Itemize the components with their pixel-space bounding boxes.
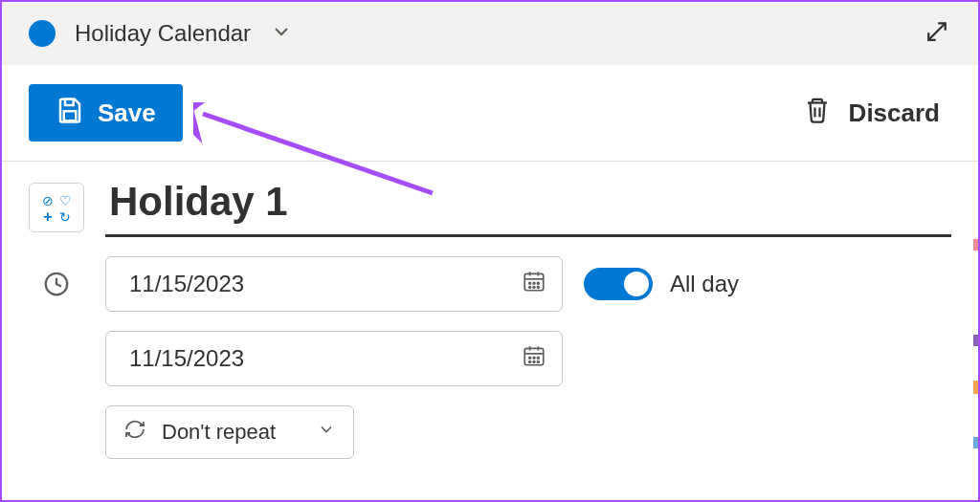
svg-point-14 bbox=[533, 287, 535, 289]
svg-point-11 bbox=[533, 282, 535, 284]
repeat-label: Don't repeat bbox=[162, 420, 276, 445]
start-date-value: 11/15/2023 bbox=[129, 271, 244, 297]
svg-rect-1 bbox=[65, 98, 74, 104]
emoji-picker-button[interactable]: ⊘ ♡ + ↻ bbox=[29, 183, 84, 232]
svg-point-23 bbox=[529, 361, 531, 363]
edge-strip bbox=[973, 335, 979, 346]
edge-strip bbox=[973, 437, 979, 448]
calendar-color-dot bbox=[29, 20, 56, 47]
svg-point-20 bbox=[529, 357, 531, 359]
repeat-icon bbox=[123, 418, 146, 447]
svg-point-22 bbox=[537, 357, 539, 359]
calendar-icon bbox=[522, 269, 546, 299]
chevron-down-icon bbox=[317, 420, 336, 445]
svg-point-10 bbox=[529, 282, 531, 284]
chevron-down-icon[interactable] bbox=[270, 20, 293, 47]
event-title-input[interactable] bbox=[105, 179, 951, 237]
end-date-picker[interactable]: 11/15/2023 bbox=[105, 331, 563, 386]
calendar-name[interactable]: Holiday Calendar bbox=[75, 20, 251, 47]
svg-point-25 bbox=[537, 361, 539, 363]
header-bar: Holiday Calendar bbox=[2, 2, 978, 65]
expand-icon[interactable] bbox=[923, 17, 951, 50]
toggle-knob bbox=[624, 272, 649, 296]
save-button[interactable]: Save bbox=[29, 84, 183, 142]
save-label: Save bbox=[98, 98, 156, 128]
svg-point-12 bbox=[537, 282, 539, 284]
all-day-label: All day bbox=[670, 271, 739, 297]
discard-label: Discard bbox=[849, 98, 940, 128]
action-row: Save Discard bbox=[2, 65, 978, 161]
all-day-toggle[interactable] bbox=[584, 268, 653, 300]
svg-point-24 bbox=[533, 361, 535, 363]
calendar-icon bbox=[522, 343, 546, 374]
clock-icon bbox=[42, 270, 71, 302]
edge-strip bbox=[973, 239, 979, 251]
trash-icon bbox=[803, 95, 832, 132]
end-date-value: 11/15/2023 bbox=[129, 345, 244, 372]
emoji-grid-icon: ⊘ ♡ + ↻ bbox=[40, 194, 73, 221]
svg-line-0 bbox=[928, 23, 946, 40]
repeat-dropdown[interactable]: Don't repeat bbox=[105, 405, 354, 459]
svg-point-13 bbox=[529, 287, 531, 289]
discard-button[interactable]: Discard bbox=[803, 95, 940, 132]
svg-point-15 bbox=[537, 287, 539, 289]
save-icon bbox=[56, 96, 84, 131]
svg-rect-2 bbox=[64, 111, 77, 120]
edge-strip bbox=[973, 381, 979, 394]
svg-point-21 bbox=[533, 357, 535, 359]
start-date-picker[interactable]: 11/15/2023 bbox=[105, 256, 563, 312]
